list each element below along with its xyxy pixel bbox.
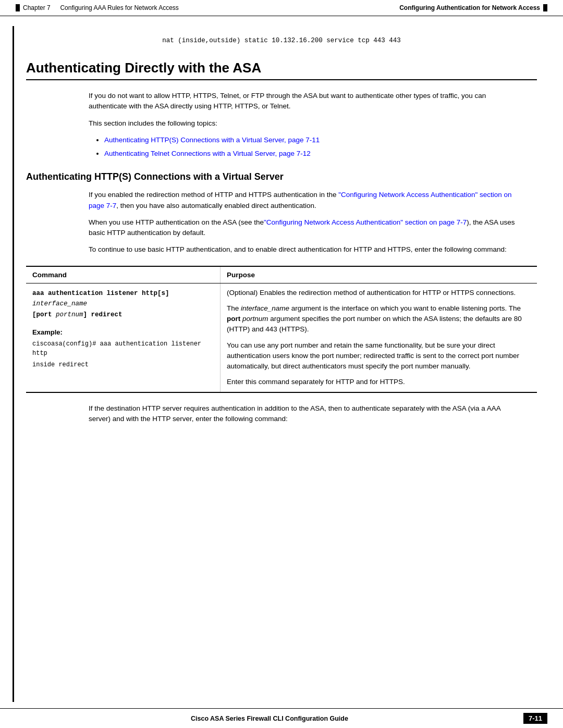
cmd-port-bold: port	[36, 311, 52, 318]
example-code-line1: ciscoasa(config)# aaa authentication lis…	[32, 339, 214, 358]
header-left-bar-icon	[16, 4, 20, 11]
example-block: Example: ciscoasa(config)# aaa authentic…	[32, 327, 214, 370]
purpose-para3: You can use any port number and retain t…	[227, 340, 531, 372]
chapter-title: Configuring AAA Rules for Network Access	[60, 4, 178, 11]
cmd-portnum-italic: portnum	[52, 311, 83, 318]
purpose-para2: The interface_name argument is the inter…	[227, 303, 531, 335]
subsection-body: If you enabled the redirection method of…	[89, 190, 521, 255]
header-bar: Chapter 7 Configuring AAA Rules for Netw…	[0, 0, 563, 16]
cmd-bracket-close: ]	[83, 311, 88, 318]
command-table: Command Purpose aaa authentication liste…	[26, 266, 537, 393]
header-right: Configuring Authentication for Network A…	[399, 4, 547, 11]
bullet-item-2: Authenticating Telnet Connections with a…	[104, 149, 521, 159]
body-text: If you do not want to allow HTTP, HTTPS,…	[89, 91, 521, 159]
subsection-para1: If you enabled the redirection method of…	[89, 190, 521, 211]
table-row: aaa authentication listener http[s] inte…	[26, 283, 537, 392]
table-cell-command: aaa authentication listener http[s] inte…	[26, 283, 220, 392]
page-container: Chapter 7 Configuring AAA Rules for Netw…	[0, 0, 563, 728]
intro-para1: If you do not want to allow HTTP, HTTPS,…	[89, 91, 521, 112]
main-content: nat (inside,outside) static 10.132.16.20…	[0, 16, 563, 462]
bottom-body-text: If the destination HTTP server requires …	[89, 403, 521, 425]
purpose-para2-before: The	[227, 304, 241, 312]
para1-before-link: If you enabled the redirection method of…	[89, 191, 338, 199]
para2-link[interactable]: "Configuring Network Access Authenticati…	[264, 218, 467, 226]
intro-para2: This section includes the following topi…	[89, 118, 521, 129]
cmd-bracket-s: [s]	[157, 290, 169, 297]
footer-book-title: Cisco ASA Series Firewall CLI Configurat…	[191, 715, 348, 722]
cmd-redirect: redirect	[87, 311, 123, 318]
bullet-item-1: Authenticating HTTP(S) Connections with …	[104, 135, 521, 145]
purpose-para2-mid1: argument is the interface on which you w…	[289, 304, 521, 312]
cmd-port-line: [port portnum] redirect	[32, 311, 123, 318]
purpose-para2-bold: port	[227, 315, 240, 323]
header-left: Chapter 7 Configuring AAA Rules for Netw…	[16, 4, 179, 11]
para2-before-link: When you use HTTP authentication on the …	[89, 218, 264, 226]
main-section-title: Authenticating Directly with the ASA	[26, 60, 537, 80]
purpose-para1: (Optional) Enables the redirection metho…	[227, 288, 531, 298]
code-top-text: nat (inside,outside) static 10.132.16.20…	[162, 37, 401, 44]
bottom-para: If the destination HTTP server requires …	[89, 403, 521, 425]
table-header-command: Command	[26, 266, 220, 283]
left-bar	[13, 26, 14, 702]
purpose-para2-italic1: interface_name	[241, 304, 289, 312]
subsection-title: Authenticating HTTP(S) Connections with …	[26, 171, 537, 182]
header-right-title: Configuring Authentication for Network A…	[399, 4, 540, 11]
bullet-list: Authenticating HTTP(S) Connections with …	[104, 135, 521, 159]
purpose-para2-italic2: portnum	[240, 315, 268, 323]
bullet-link-1[interactable]: Authenticating HTTP(S) Connections with …	[104, 136, 320, 144]
subsection-para2: When you use HTTP authentication on the …	[89, 217, 521, 239]
header-right-bar-icon	[543, 4, 547, 11]
purpose-para4: Enter this command separately for HTTP a…	[227, 377, 531, 387]
cmd-bracket-port: [	[32, 311, 36, 318]
cmd-prefix: aaa authentication listener http	[32, 290, 157, 297]
example-label: Example:	[32, 327, 214, 338]
footer-bar: Cisco ASA Series Firewall CLI Configurat…	[0, 708, 563, 728]
footer-page-number: 7-11	[523, 713, 547, 724]
bullet-link-2[interactable]: Authenticating Telnet Connections with a…	[104, 150, 311, 157]
example-code-line2: inside redirect	[32, 360, 214, 369]
chapter-label: Chapter 7	[23, 4, 51, 11]
table-cell-purpose: (Optional) Enables the redirection metho…	[220, 283, 537, 392]
cmd-text-bold: aaa authentication listener http[s] inte…	[32, 290, 169, 308]
cmd-italic: interface_name	[32, 300, 87, 307]
purpose-para2-mid2: argument specifies the port number on wh…	[227, 315, 522, 333]
table-header-purpose: Purpose	[220, 266, 537, 283]
para1-after: , then you have also automatically enabl…	[116, 202, 316, 209]
code-block-top: nat (inside,outside) static 10.132.16.20…	[26, 37, 537, 44]
subsection-para3: To continue to use basic HTTP authentica…	[89, 244, 521, 255]
cmd-syntax-block: aaa authentication listener http[s] inte…	[32, 288, 214, 320]
